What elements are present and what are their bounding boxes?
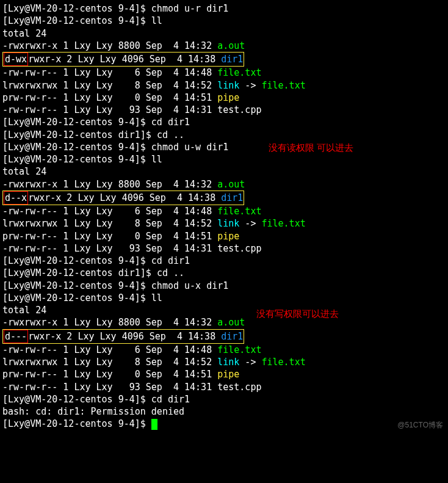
- command: cd dir1: [151, 255, 190, 266]
- file-row: -rw-rw-r-- 1 Lxy Lxy 6 Sep 4 14:48 file.…: [2, 344, 446, 356]
- command: ll: [151, 292, 162, 303]
- file-row: prw-rw-r-- 1 Lxy Lxy 0 Sep 4 14:51 pipe: [2, 368, 446, 380]
- terminal-line: [Lxy@VM-20-12-centos 9-4]$ cd dir1: [2, 116, 446, 128]
- file-row: -rwxrwxr-x 1 Lxy Lxy 8800 Sep 4 14:32 a.…: [2, 178, 446, 191]
- filename-test: test.cpp: [217, 382, 261, 393]
- error-line: bash: cd: dir1: Permission denied: [2, 405, 446, 418]
- command: ll: [151, 154, 162, 165]
- pipename: pipe: [217, 231, 239, 242]
- terminal-line: [Lxy@VM-20-12-centos 9-4]$ chmod u-x dir…: [2, 280, 446, 292]
- file-row: lrwxrwxrwx 1 Lxy Lxy 8 Sep 4 14:52 link …: [2, 217, 446, 230]
- pipename: pipe: [217, 369, 239, 380]
- dirname-dir1: dir1: [221, 192, 243, 203]
- terminal-line: [Lxy@VM-20-12-centos 9-4]$: [2, 418, 446, 430]
- pipename: pipe: [217, 92, 239, 103]
- cursor-icon[interactable]: [151, 419, 157, 430]
- annotation-no-read: 没有读权限 可以进去: [269, 142, 353, 154]
- total-line: total 24: [2, 27, 446, 40]
- file-row: -rw-rw-r-- 1 Lxy Lxy 93 Sep 4 14:31 test…: [2, 242, 446, 255]
- file-row: d--xrwxr-x 2 Lxy Lxy 4096 Sep 4 14:38 di…: [2, 191, 446, 205]
- filename-file: file.txt: [217, 206, 261, 217]
- terminal-line: [Lxy@VM-20-12-centos dir1]$ cd ..: [2, 267, 446, 279]
- command: chmod u-x dir1: [151, 280, 228, 291]
- filename-aout: a.out: [217, 317, 245, 328]
- terminal-line: [Lxy@VM-20-12-centos 9-4]$ ll: [2, 292, 446, 304]
- file-row: -rw-rw-r-- 1 Lxy Lxy 6 Sep 4 14:48 file.…: [2, 205, 446, 217]
- total-line: total 24: [2, 304, 446, 316]
- command: cd ..: [157, 129, 184, 140]
- file-row: -rw-rw-r-- 1 Lxy Lxy 93 Sep 4 14:31 test…: [2, 381, 446, 393]
- command: ll: [151, 15, 162, 26]
- dirname-dir1: dir1: [221, 54, 243, 65]
- annotation-no-write: 没有写权限可以进去: [256, 308, 339, 320]
- file-row: -rw-rw-r-- 1 Lxy Lxy 93 Sep 4 14:31 test…: [2, 104, 446, 116]
- filename-test: test.cpp: [217, 104, 261, 115]
- terminal-line: [Lxy@VM-20-12-centos 9-4]$ chmod u-r dir…: [2, 2, 446, 15]
- filename-test: test.cpp: [217, 243, 261, 254]
- file-row: -rwxrwxr-x 1 Lxy Lxy 8800 Sep 4 14:32 a.…: [2, 316, 446, 329]
- perm-highlight: d--x: [4, 191, 28, 205]
- perm-highlight: d---: [4, 330, 28, 343]
- dirname-dir1: dir1: [221, 331, 243, 342]
- total-line: total 24: [2, 165, 446, 178]
- file-row: lrwxrwxrwx 1 Lxy Lxy 8 Sep 4 14:52 link …: [2, 356, 446, 368]
- file-row: d-wxrwxr-x 2 Lxy Lxy 4096 Sep 4 14:38 di…: [2, 52, 446, 67]
- watermark: @51CTO博客: [397, 420, 443, 430]
- terminal-line: [Lxy@VM-20-12-centos 9-4]$ ll: [2, 15, 446, 27]
- command: cd dir1: [151, 117, 190, 128]
- perm-highlight: d-wx: [4, 53, 28, 66]
- file-row: prw-rw-r-- 1 Lxy Lxy 0 Sep 4 14:51 pipe: [2, 92, 446, 104]
- filename-aout: a.out: [217, 179, 245, 190]
- filename-file: file.txt: [217, 67, 261, 78]
- filename-file: file.txt: [217, 344, 261, 355]
- terminal-line: [Lxy@VM-20-12-centos 9-4]$ cd dir1: [2, 393, 446, 405]
- linkname: link: [217, 80, 239, 91]
- linkname: link: [217, 218, 239, 229]
- file-row: -rwxrwxr-x 1 Lxy Lxy 8800 Sep 4 14:32 a.…: [2, 40, 446, 52]
- file-row: -rw-rw-r-- 1 Lxy Lxy 6 Sep 4 14:48 file.…: [2, 67, 446, 79]
- file-row: lrwxrwxrwx 1 Lxy Lxy 8 Sep 4 14:52 link …: [2, 79, 446, 92]
- command: cd dir1: [151, 394, 190, 405]
- command: chmod u-w dir1: [151, 142, 228, 153]
- terminal-line: [Lxy@VM-20-12-centos 9-4]$ chmod u-w dir…: [2, 141, 446, 153]
- filename-aout: a.out: [217, 40, 245, 51]
- linkname: link: [217, 357, 239, 368]
- command: chmod u-r dir1: [151, 3, 228, 14]
- command: cd ..: [157, 267, 184, 278]
- file-row: prw-rw-r-- 1 Lxy Lxy 0 Sep 4 14:51 pipe: [2, 230, 446, 242]
- terminal-line: [Lxy@VM-20-12-centos 9-4]$ cd dir1: [2, 255, 446, 267]
- file-row: d---rwxr-x 2 Lxy Lxy 4096 Sep 4 14:38 di…: [2, 329, 446, 344]
- terminal-line: [Lxy@VM-20-12-centos dir1]$ cd ..: [2, 129, 446, 141]
- terminal-line: [Lxy@VM-20-12-centos 9-4]$ ll: [2, 153, 446, 165]
